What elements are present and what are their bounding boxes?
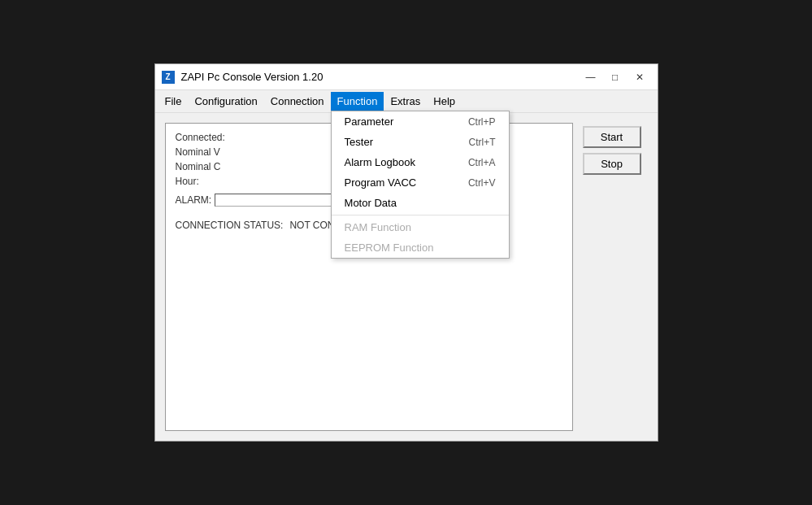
menu-file[interactable]: File <box>158 92 189 111</box>
close-button[interactable]: ✕ <box>628 69 651 85</box>
window-title: ZAPI Pc Console Version 1.20 <box>181 71 323 83</box>
menu-item-motor-data[interactable]: Motor Data <box>332 193 509 213</box>
alarm-label: ALARM: <box>176 194 212 206</box>
main-window: Z ZAPI Pc Console Version 1.20 — □ ✕ Fil… <box>154 63 658 442</box>
start-button[interactable]: Start <box>583 126 641 148</box>
window-controls: — □ ✕ <box>580 69 651 85</box>
menu-item-program-vacc[interactable]: Program VACC Ctrl+V <box>332 172 509 193</box>
app-icon: Z <box>162 71 175 84</box>
menu-help[interactable]: Help <box>427 92 462 111</box>
maximize-button[interactable]: □ <box>604 69 627 85</box>
menu-item-eeprom-function: EEPROM Function <box>332 237 509 258</box>
menu-connection[interactable]: Connection <box>264 92 331 111</box>
menu-item-parameter[interactable]: Parameter Ctrl+P <box>332 111 509 132</box>
function-dropdown: Parameter Ctrl+P Tester Ctrl+T Alarm Log… <box>331 111 510 259</box>
menu-item-tester[interactable]: Tester Ctrl+T <box>332 132 509 152</box>
menu-item-ram-function: RAM Function <box>332 217 509 237</box>
menu-function[interactable]: Function Parameter Ctrl+P Tester Ctrl+T … <box>331 92 384 111</box>
minimize-button[interactable]: — <box>580 69 602 85</box>
menu-item-alarm-logbook[interactable]: Alarm Logbook Ctrl+A <box>332 152 509 172</box>
menu-extras[interactable]: Extras <box>384 92 427 111</box>
connection-status-label: CONNECTION STATUS: <box>176 220 284 231</box>
side-panel: Start Stop <box>583 123 648 431</box>
stop-button[interactable]: Stop <box>583 153 641 175</box>
title-bar: Z ZAPI Pc Console Version 1.20 — □ ✕ <box>155 64 658 90</box>
title-bar-left: Z ZAPI Pc Console Version 1.20 <box>162 71 323 84</box>
menu-bar: File Configuration Connection Function P… <box>155 90 658 113</box>
menu-configuration[interactable]: Configuration <box>188 92 263 111</box>
